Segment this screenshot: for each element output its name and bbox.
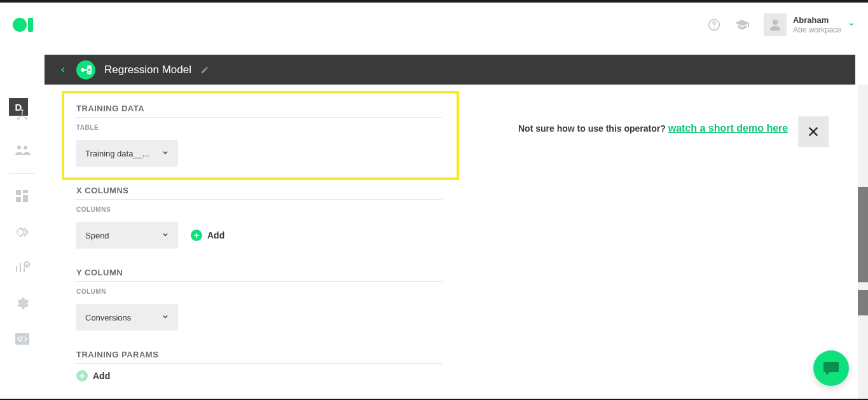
section-title-training-data: TRAINING DATA	[76, 104, 442, 118]
svg-point-7	[24, 146, 27, 149]
field-label-column: COLUMN	[76, 288, 442, 295]
operator-header: Regression Model	[45, 55, 855, 85]
top-right-controls: Abraham Abe workpace	[708, 13, 855, 36]
chevron-down-icon	[162, 149, 169, 158]
help-text-block: Not sure how to use this operator? watch…	[518, 123, 788, 134]
section-title-training-params: TRAINING PARAMS	[76, 350, 442, 364]
svg-point-6	[17, 146, 21, 149]
select-training-table[interactable]: Training data__...	[76, 140, 178, 167]
select-value: Training data__...	[85, 149, 149, 158]
graduation-cap-icon[interactable]	[734, 18, 750, 31]
svg-point-14	[81, 69, 84, 71]
svg-point-1	[713, 27, 715, 28]
select-x-column[interactable]: Spend	[76, 222, 178, 249]
scrollbar-thumb[interactable]	[858, 290, 868, 315]
svg-point-2	[773, 20, 778, 25]
content-wrap: TRAINING DATA TABLE Training data__... X…	[45, 85, 855, 399]
chevron-down-icon	[848, 19, 855, 31]
sidebar-divider	[10, 173, 35, 174]
chevron-down-icon	[162, 231, 169, 240]
sidebar-molecule-icon[interactable]	[3, 99, 41, 130]
sidebar-dashboard-icon[interactable]	[3, 181, 41, 212]
section-title-y-column: Y COLUMN	[76, 268, 442, 282]
field-label-columns: COLUMNS	[76, 206, 442, 213]
top-bar: Abraham Abe workpace	[0, 3, 868, 47]
plus-icon: +	[191, 230, 202, 241]
add-training-param-button[interactable]: + Add	[76, 370, 110, 382]
section-training-params: TRAINING PARAMS + Add	[76, 350, 442, 382]
chevron-down-icon	[162, 313, 169, 322]
section-training-data: TRAINING DATA TABLE Training data__...	[76, 97, 442, 167]
operator-title: Regression Model	[104, 64, 191, 76]
operator-type-icon	[76, 60, 95, 79]
add-label: Add	[93, 371, 110, 381]
demo-link[interactable]: watch a short demo here	[668, 123, 789, 134]
user-menu[interactable]: Abraham Abe workpace	[764, 13, 855, 36]
section-title-x-columns: X COLUMNS	[76, 186, 442, 200]
svg-rect-15	[88, 66, 91, 74]
section-y-column: Y COLUMN COLUMN Conversions	[76, 268, 442, 331]
add-label: Add	[207, 230, 224, 240]
plus-icon: +	[76, 370, 88, 382]
logo[interactable]	[13, 18, 33, 32]
sidebar-code-icon[interactable]	[3, 324, 41, 354]
logo-bar-icon	[28, 18, 33, 32]
select-y-column[interactable]: Conversions	[76, 304, 178, 331]
left-sidebar	[0, 50, 45, 399]
section-x-columns: X COLUMNS COLUMNS Spend + Add	[76, 186, 442, 249]
back-chevron-icon[interactable]	[59, 64, 67, 76]
help-icon[interactable]	[708, 18, 720, 31]
add-x-column-button[interactable]: + Add	[191, 230, 224, 241]
svg-rect-8	[16, 190, 21, 195]
field-label-table: TABLE	[76, 124, 442, 131]
sidebar-users-icon[interactable]	[3, 135, 41, 165]
select-value: Conversions	[85, 313, 131, 322]
sidebar-gear-icon[interactable]	[3, 288, 41, 319]
svg-point-3	[21, 109, 24, 112]
avatar	[764, 13, 787, 36]
close-button[interactable]	[798, 116, 829, 147]
svg-rect-11	[23, 195, 28, 202]
chat-launcher[interactable]	[813, 350, 849, 386]
user-workspace: Abe workpace	[793, 25, 841, 34]
select-value: Spend	[85, 231, 109, 240]
svg-rect-9	[23, 190, 28, 193]
user-info: Abraham Abe workpace	[793, 15, 841, 34]
help-panel: Not sure how to use this operator? watch…	[461, 85, 855, 399]
user-name: Abraham	[793, 15, 841, 25]
scrollbar-thumb[interactable]	[858, 187, 868, 282]
help-text-prefix: Not sure how to use this operator?	[518, 123, 668, 134]
svg-rect-10	[16, 197, 21, 202]
sidebar-network-icon[interactable]	[3, 217, 41, 247]
sidebar-analytics-icon[interactable]	[3, 252, 41, 283]
config-panel: TRAINING DATA TABLE Training data__... X…	[45, 85, 461, 399]
logo-circle-icon	[13, 18, 27, 32]
edit-icon[interactable]	[200, 66, 209, 74]
